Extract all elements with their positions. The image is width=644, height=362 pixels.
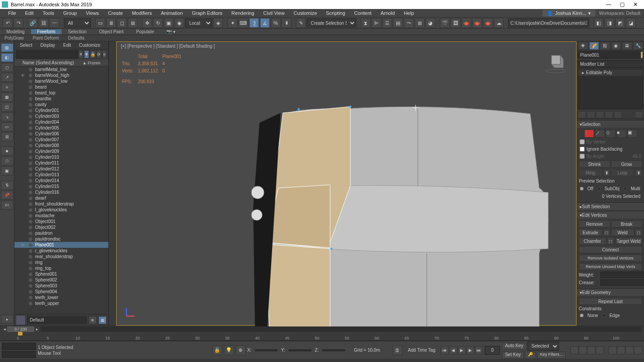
selection-filter-dropdown[interactable]: All [64, 18, 91, 27]
explorer-menu-select[interactable]: Select [16, 43, 36, 48]
menu-civilview[interactable]: Civil View [259, 10, 289, 16]
explorer-clear-icon[interactable]: ✕ [79, 50, 83, 58]
explorer-lock-icon[interactable]: 🔒 [90, 50, 96, 58]
extrude-settings-icon[interactable]: □ [603, 229, 610, 236]
key-filter-dropdown[interactable]: Selected [528, 342, 559, 351]
current-frame-input[interactable] [485, 346, 500, 355]
explorer-filter-selection-icon[interactable]: ▼ [84, 50, 89, 58]
autokey-button[interactable]: Auto Key [502, 343, 527, 350]
ribbon-sub-polydraw[interactable]: PolyDraw [0, 36, 28, 40]
shrink-button[interactable]: Shrink [579, 161, 610, 168]
select-rotate-button[interactable]: ↻ [153, 18, 163, 28]
select-manipulate-button[interactable]: ✦ [228, 18, 237, 28]
ignore-backfacing-checkbox[interactable]: Ignore Backfacing [579, 146, 642, 152]
edit-named-selection-button[interactable]: ✎ [296, 18, 306, 28]
display-none-icon[interactable]: □ [1, 156, 13, 165]
goto-start-icon[interactable]: ⏮ [441, 346, 449, 354]
loop-spinner[interactable]: ⬍ [635, 169, 642, 176]
time-tag-icon[interactable]: 🗓 [393, 345, 402, 355]
undo-button[interactable]: ↶ [3, 18, 13, 28]
unlink-button[interactable]: ⛓ [39, 18, 49, 28]
explorer-item[interactable]: r_gloveknuckles [14, 248, 108, 254]
explorer-item[interactable]: Cylinder011 [14, 160, 108, 166]
grow-button[interactable]: Grow [611, 161, 643, 168]
chamfer-settings-icon[interactable]: □ [607, 237, 614, 245]
schematic-view-button[interactable]: ⊞ [415, 18, 425, 28]
helper-filter-icon[interactable]: ◫ [1, 103, 13, 112]
isolate-selection-icon[interactable]: 💡 [224, 345, 234, 355]
rollout-selection-header[interactable]: ▾ Selection [577, 121, 644, 128]
explorer-object-list[interactable]: barrelMetal_low👁barrelWood_highbarrelWoo… [14, 67, 108, 314]
explorer-item[interactable]: Object002 [14, 224, 108, 230]
expand-panel-icon[interactable]: ▸ [1, 315, 13, 324]
remove-isolated-button[interactable]: Remove Isolated Vertices [579, 255, 642, 262]
bind-spacewarp-button[interactable]: 〰 [49, 18, 59, 28]
explorer-item[interactable]: teeth_lower [14, 295, 108, 300]
window-maximize-button[interactable]: ▢ [615, 1, 629, 8]
explorer-item[interactable]: Cylinder001 [14, 107, 108, 113]
shape-filter-icon[interactable]: ↗ [1, 73, 13, 82]
explorer-item[interactable]: 👁Plane001 [14, 242, 108, 248]
rollout-soft-selection-header[interactable]: ▸ Soft Selection [577, 203, 644, 210]
explorer-item[interactable]: l_gloveknuckles [14, 207, 108, 213]
sort-icon[interactable]: ⇅ [1, 181, 13, 190]
pivot-center-button[interactable]: ◈ [213, 18, 223, 28]
substance-button-3[interactable]: ◩ [615, 18, 625, 28]
layer-color-swatch[interactable] [16, 316, 25, 325]
tag-icon[interactable]: 🏷 [1, 201, 13, 210]
explorer-item[interactable]: cavity [14, 102, 108, 107]
visibility-toggle-icon[interactable]: 👁 [21, 243, 26, 247]
explorer-column-header[interactable]: Name (Sorted Ascending) ▲ Frozen [14, 59, 108, 67]
explorer-item[interactable]: dwarf [14, 195, 108, 201]
snap-toggle-button[interactable]: 3̲ [249, 18, 259, 28]
explorer-item[interactable]: barrelMetal_low [14, 67, 108, 72]
substance-button-4[interactable]: ◪ [626, 18, 636, 28]
prev-frame-icon[interactable]: ◀ [449, 346, 457, 354]
modify-tab-icon[interactable]: 🌈 [589, 42, 599, 50]
explorer-item[interactable]: beard [14, 84, 108, 90]
connect-button[interactable]: Connect [579, 246, 642, 253]
zoom-extents-all-icon[interactable] [596, 346, 604, 354]
select-scale-button[interactable]: ▣ [164, 18, 174, 28]
y-coord-input[interactable] [289, 349, 311, 351]
chamfer-button[interactable]: Chamfer [579, 237, 606, 245]
explorer-item[interactable]: Sphere001 [14, 271, 108, 277]
menu-animation[interactable]: Animation [157, 10, 188, 16]
time-slider-track[interactable] [40, 326, 641, 332]
menu-create[interactable]: Create [103, 10, 127, 16]
explorer-item[interactable]: Cylinder010 [14, 154, 108, 160]
explorer-item[interactable]: Cylinder012 [14, 166, 108, 172]
render-production-button[interactable]: 🫖 [461, 18, 471, 28]
explorer-item[interactable]: teeth_upper [14, 300, 108, 306]
material-editor-button[interactable]: ◕ [425, 18, 435, 28]
menu-rendering[interactable]: Rendering [227, 10, 259, 16]
menu-file[interactable]: File [4, 10, 21, 16]
show-end-result-icon[interactable] [587, 111, 595, 118]
lock-selection-icon[interactable]: 🔒 [212, 345, 222, 355]
select-move-button[interactable]: ✥ [142, 18, 152, 28]
explorer-item[interactable]: beardtie [14, 96, 108, 102]
menu-group[interactable]: Group [58, 10, 81, 16]
explorer-item[interactable]: Cylinder009 [14, 148, 108, 154]
explorer-item[interactable]: 👁barrelWood_high [14, 72, 108, 78]
menu-customize[interactable]: Customize [289, 10, 322, 16]
named-selection-dropdown[interactable]: Create Selection Se [307, 18, 356, 27]
ribbon-tab-selection[interactable]: Selection [62, 29, 93, 34]
menu-help[interactable]: Help [399, 10, 419, 16]
make-unique-icon[interactable] [596, 111, 604, 118]
curve-editor-button[interactable]: 〜 [404, 18, 414, 28]
explorer-item[interactable]: ring_top [14, 265, 108, 271]
render-cloud-button[interactable]: ☁ [494, 18, 504, 28]
x-coord-input[interactable] [255, 349, 277, 351]
explorer-item[interactable]: Cylinder004 [14, 119, 108, 125]
explorer-item[interactable]: barrelWood_low [14, 78, 108, 84]
explorer-item[interactable]: Cylinder003 [14, 113, 108, 119]
ring-spinner[interactable]: ⬍ [603, 169, 610, 176]
vertex-subobj-button[interactable]: ⋮ [584, 130, 594, 138]
substance-button-1[interactable]: ◧ [594, 18, 604, 28]
weight-input[interactable] [600, 272, 644, 278]
select-place-button[interactable]: ◉ [174, 18, 184, 28]
play-icon[interactable]: ▶ [458, 346, 466, 354]
next-frame-icon[interactable]: ▶ [466, 346, 474, 354]
keyframe-marker[interactable] [18, 332, 22, 335]
